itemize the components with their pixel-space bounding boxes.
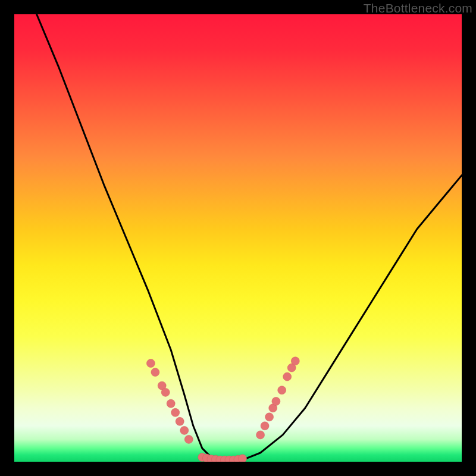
svg-point-14: [278, 386, 286, 394]
svg-point-27: [239, 455, 247, 462]
data-markers: [146, 357, 299, 462]
svg-point-20: [207, 455, 215, 462]
svg-point-15: [283, 372, 292, 381]
svg-point-0: [146, 359, 155, 368]
watermark-text: TheBottleneck.com: [364, 1, 472, 15]
svg-point-4: [167, 399, 175, 408]
svg-point-11: [265, 413, 274, 421]
svg-point-10: [261, 422, 269, 430]
svg-point-5: [171, 408, 180, 416]
svg-point-8: [184, 435, 193, 443]
chart-container: TheBottleneck.com: [0, 0, 476, 476]
curve-svg: [14, 14, 462, 462]
svg-point-16: [287, 364, 296, 372]
svg-point-24: [225, 456, 233, 462]
svg-point-1: [151, 368, 159, 377]
svg-point-9: [256, 431, 265, 439]
svg-point-19: [202, 454, 211, 462]
svg-point-13: [272, 397, 280, 406]
svg-point-2: [158, 381, 166, 390]
svg-point-17: [291, 357, 299, 365]
svg-point-25: [230, 456, 238, 462]
plot-area: [14, 14, 462, 462]
svg-point-26: [234, 455, 242, 462]
svg-point-6: [176, 417, 184, 425]
bottleneck-curve: [37, 14, 462, 462]
svg-point-3: [161, 388, 170, 396]
svg-point-7: [180, 426, 189, 434]
svg-point-22: [216, 456, 224, 462]
svg-point-12: [269, 404, 277, 412]
svg-point-23: [220, 456, 228, 462]
svg-point-21: [211, 455, 220, 462]
svg-point-18: [198, 453, 206, 462]
